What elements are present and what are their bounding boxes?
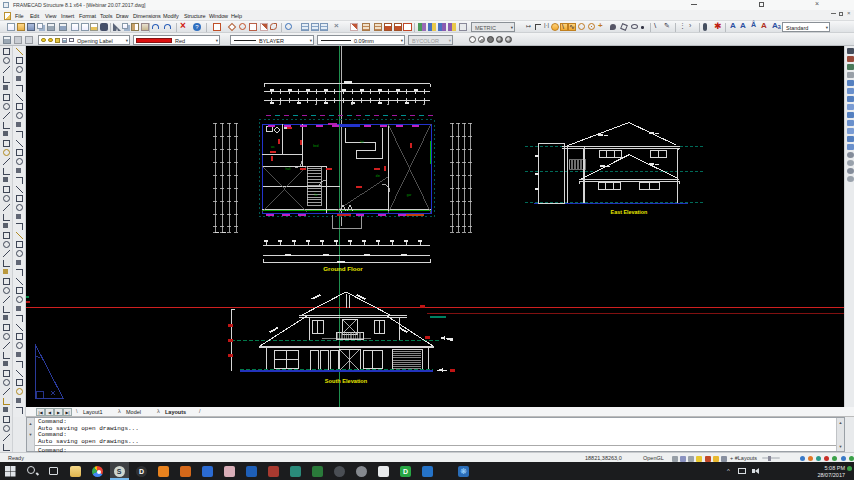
svg-text:kit: kit — [360, 140, 363, 144]
svg-text:liv: liv — [314, 193, 317, 197]
svg-text:East Elevation: East Elevation — [611, 209, 648, 215]
svg-text:wc: wc — [271, 145, 275, 149]
svg-text:Ground Floor: Ground Floor — [323, 265, 363, 272]
svg-text:din: din — [376, 174, 380, 178]
svg-text:hall: hall — [286, 167, 291, 171]
svg-text:South Elevation: South Elevation — [325, 378, 368, 384]
svg-text:bed: bed — [313, 144, 319, 148]
svg-text:gar: gar — [407, 193, 413, 197]
